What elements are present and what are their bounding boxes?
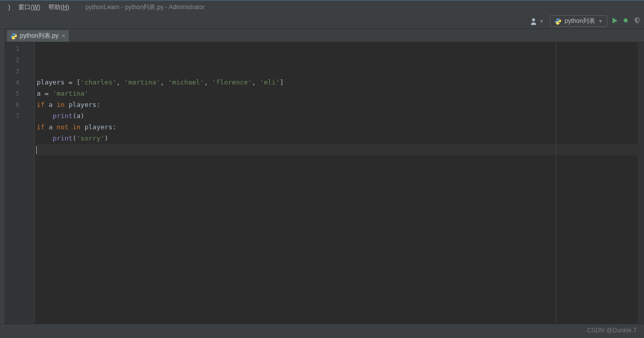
run-config-label: python列表 — [565, 17, 595, 25]
svg-point-0 — [557, 18, 557, 19]
chevron-down-icon: ▼ — [598, 19, 603, 24]
line-number: 1 — [5, 43, 26, 54]
debug-button[interactable] — [622, 17, 629, 25]
editor-tab-label: python列表.py — [20, 32, 59, 40]
line-number: 6 — [5, 99, 26, 110]
text-cursor — [36, 146, 37, 154]
line-number: 7 — [5, 110, 26, 122]
svg-point-4 — [14, 38, 15, 38]
menu-window[interactable]: 窗口(W) — [14, 3, 44, 12]
line-number: 3 — [5, 66, 26, 77]
error-stripe[interactable] — [638, 42, 644, 324]
close-icon[interactable]: ✕ — [61, 33, 66, 39]
code-line[interactable]: print('sorry') — [37, 133, 638, 144]
code-line[interactable]: players = ['charles', 'martina', 'michae… — [37, 77, 638, 88]
menu-help[interactable]: 帮助(H) — [44, 3, 73, 12]
main-area: python列表.py ✕ 1234567 players = ['charle… — [0, 29, 644, 324]
editor-wrap: python列表.py ✕ 1234567 players = ['charle… — [5, 29, 644, 324]
chevron-down-icon: ▼ — [539, 19, 544, 24]
run-config-select[interactable]: python列表 ▼ — [550, 15, 607, 27]
line-number: 5 — [5, 88, 26, 99]
editor-gutter[interactable] — [26, 42, 35, 324]
editor-tab[interactable]: python列表.py ✕ — [7, 30, 69, 42]
user-button[interactable]: ▼ — [527, 16, 546, 26]
bug-icon — [622, 17, 629, 24]
line-number: 4 — [5, 77, 26, 88]
line-numbers: 1234567 — [5, 42, 26, 324]
window-title: pythonLearn - python列表.py - Administrato… — [86, 3, 205, 12]
code-area[interactable]: players = ['charles', 'martina', 'michae… — [35, 42, 638, 324]
watermark: CSDN @Dunkle.T — [587, 327, 637, 334]
hard-wrap-guide — [556, 42, 556, 324]
python-icon — [554, 18, 562, 25]
tool-window-bar-left[interactable] — [0, 29, 5, 324]
code-line[interactable]: if a not in players: — [37, 122, 638, 133]
editor-tabbar: python列表.py ✕ — [5, 29, 644, 42]
python-icon — [10, 33, 17, 40]
svg-point-3 — [13, 33, 13, 34]
shield-icon — [633, 17, 641, 24]
user-icon — [529, 17, 538, 25]
svg-point-2 — [624, 19, 627, 21]
menu-partial[interactable]: ) — [4, 4, 14, 11]
line-number: 2 — [5, 54, 26, 66]
svg-point-1 — [558, 23, 559, 23]
status-bar — [0, 324, 644, 338]
code-line[interactable]: a = 'martina' — [37, 88, 638, 99]
run-button[interactable] — [611, 17, 618, 25]
toolbar: ▼ python列表 ▼ — [0, 14, 644, 29]
code-line[interactable] — [37, 144, 638, 155]
menubar: ) 窗口(W) 帮助(H) pythonLearn - python列表.py … — [0, 1, 644, 14]
code-line[interactable]: if a in players: — [37, 99, 638, 110]
code-line[interactable]: print(a) — [37, 110, 638, 122]
play-icon — [611, 17, 618, 24]
coverage-button[interactable] — [633, 17, 641, 26]
code-editor[interactable]: 1234567 players = ['charles', 'martina',… — [5, 42, 644, 324]
